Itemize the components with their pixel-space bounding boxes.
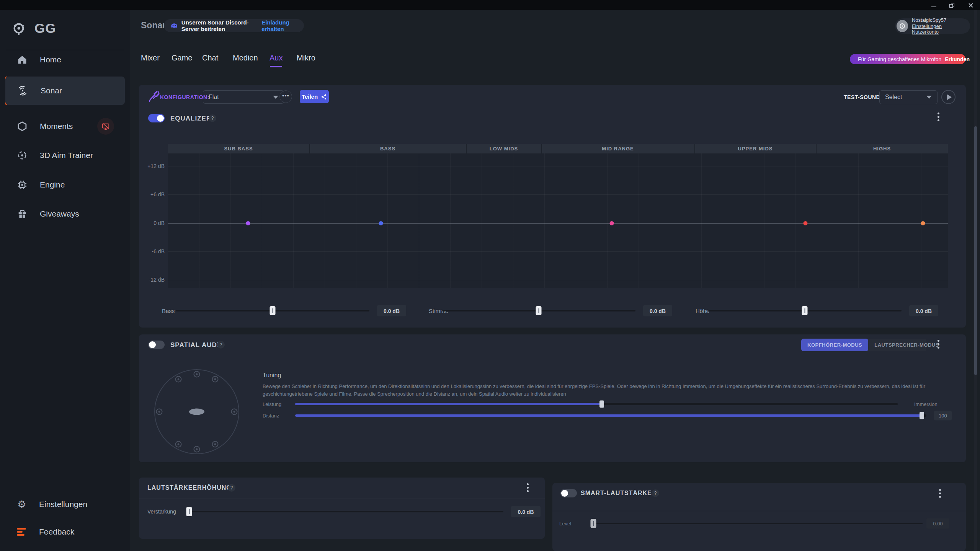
tab-medien[interactable]: Medien — [233, 54, 258, 62]
sidebar-item-label: Einstellungen — [39, 500, 87, 509]
equalizer-menu-icon[interactable] — [938, 112, 940, 121]
volume-boost-menu-icon[interactable] — [527, 483, 529, 492]
level-slider-track[interactable] — [591, 523, 923, 524]
bass-slider-track[interactable] — [176, 310, 369, 311]
promo-cta[interactable]: Erkunden — [945, 56, 970, 62]
eq-point-highs[interactable] — [921, 221, 925, 225]
sidebar-item-engine[interactable]: Engine — [5, 173, 125, 197]
spatial-audio-help-icon[interactable]: ? — [217, 341, 225, 349]
eq-point-bass[interactable] — [379, 221, 383, 225]
spatial-audio-toggle[interactable] — [148, 341, 165, 349]
test-sound-select[interactable]: Select — [879, 90, 938, 104]
sidebar-item-label: Home — [40, 55, 61, 64]
headphone-mode-button[interactable]: KOPFHÖRER-MODUS — [801, 339, 868, 351]
performance-slider-track[interactable] — [295, 403, 898, 405]
equalizer-title: EQUALIZER — [170, 115, 211, 122]
distance-slider-track[interactable] — [295, 414, 926, 417]
band-label: SUB BASS — [224, 144, 253, 153]
eq-point-uppermids[interactable] — [804, 221, 808, 225]
play-icon — [947, 94, 952, 100]
minimize-icon[interactable] — [931, 3, 937, 8]
level-slider-handle[interactable] — [591, 519, 596, 528]
tab-game[interactable]: Game — [172, 54, 192, 62]
discord-banner[interactable]: Unserem Sonar Discord-Server beitreten E… — [164, 19, 304, 32]
sidebar-item-moments[interactable]: Moments — [5, 114, 125, 139]
distance-slider-label: Distanz — [263, 413, 279, 419]
avatar — [897, 20, 908, 32]
tab-chat[interactable]: Chat — [202, 54, 218, 62]
eq-plot-area[interactable] — [168, 153, 948, 288]
mic-promo-badge[interactable]: Für Gaming geschaffenes Mikrofon Erkunde… — [850, 54, 965, 64]
share-button[interactable]: Teilen — [300, 90, 329, 103]
treble-slider-label: Höhe — [696, 308, 709, 314]
discord-banner-text: Unserem Sonar Discord-Server beitreten — [181, 19, 258, 32]
test-sound-value: Select — [885, 94, 902, 101]
speaker-node-right[interactable] — [231, 409, 238, 415]
spatial-mode-switch: KOPFHÖRER-MODUS LAUTSPRECHER-MODUS — [801, 339, 926, 351]
band-label: BASS — [380, 144, 395, 153]
smart-volume-panel: SMART-LAUTSTÄRKE ? Level 0.00 — [552, 483, 966, 551]
play-test-sound-button[interactable] — [941, 90, 956, 104]
speaker-mode-button[interactable]: LAUTSPRECHER-MODUS — [868, 339, 945, 351]
speaker-node-bottom[interactable] — [194, 446, 200, 453]
treble-slider-handle[interactable] — [802, 306, 808, 315]
smart-volume-toggle[interactable] — [560, 489, 577, 497]
sidebar-item-label: Engine — [40, 180, 65, 189]
distance-slider-handle[interactable] — [920, 412, 924, 419]
sidebar-item-giveaways[interactable]: Giveaways — [5, 202, 125, 226]
app-logo: GG — [11, 20, 56, 37]
tab-aux[interactable]: Aux — [270, 54, 283, 62]
speaker-node-top-right[interactable] — [212, 376, 218, 382]
sidebar-item-einstellungen[interactable]: ⚙ Einstellungen — [5, 492, 125, 517]
speaker-node-bottom-right[interactable] — [212, 441, 218, 448]
equalizer-chart: SUB BASS BASS LOW MIDS MID RANGE UPPER M… — [168, 144, 948, 288]
configuration-jack-icon — [147, 90, 161, 103]
equalizer-help-icon[interactable]: ? — [209, 114, 216, 122]
restore-icon[interactable] — [949, 3, 956, 8]
tab-mikro[interactable]: Mikro — [297, 54, 315, 62]
gear-icon: ⚙ — [17, 499, 27, 510]
sidebar-item-label: Sonar — [41, 86, 62, 95]
gain-slider-track[interactable] — [188, 511, 503, 512]
smart-volume-help-icon[interactable]: ? — [652, 489, 659, 497]
gain-slider-handle[interactable] — [186, 507, 192, 516]
speaker-node-bottom-left[interactable] — [175, 441, 182, 448]
user-settings-link[interactable]: Einstellungen Nutzerkonto — [912, 23, 966, 35]
scrollbar-thumb[interactable] — [974, 126, 977, 375]
db-tick: 0 dB — [142, 220, 165, 226]
sidebar-item-home[interactable]: Home — [5, 47, 125, 72]
chevron-down-icon — [926, 96, 932, 99]
voice-slider-handle[interactable] — [536, 306, 542, 315]
user-account[interactable]: NostalgicSpy57 Einstellungen Nutzerkonto — [895, 18, 970, 34]
sidebar-item-label: Giveaways — [40, 209, 79, 218]
speaker-layout-diagram — [154, 369, 239, 454]
sidebar-item-sonar[interactable]: Sonar — [5, 77, 125, 105]
tab-mixer[interactable]: Mixer — [141, 54, 160, 62]
voice-slider-track[interactable] — [442, 310, 635, 311]
smart-volume-menu-icon[interactable] — [939, 489, 941, 498]
speaker-node-top[interactable] — [194, 371, 200, 377]
performance-slider-label: Leistung — [263, 401, 281, 407]
level-slider-label: Level — [559, 521, 571, 527]
speaker-node-left[interactable] — [156, 409, 162, 415]
eq-point-subbass[interactable] — [246, 221, 250, 225]
config-more-button[interactable]: ••• — [279, 90, 292, 103]
bass-slider-handle[interactable] — [270, 306, 276, 315]
configuration-select[interactable]: Flat — [203, 90, 284, 104]
sidebar-item-feedback[interactable]: Feedback — [5, 520, 125, 544]
close-icon[interactable] — [968, 3, 974, 8]
performance-slider-handle[interactable] — [599, 401, 604, 408]
spatial-audio-title: SPATIAL AUDIO — [170, 341, 225, 349]
level-slider-value: 0.00 — [926, 518, 949, 529]
discord-invite-link[interactable]: Einladung erhalten — [261, 19, 297, 32]
configuration-value: Flat — [209, 94, 219, 101]
spatial-menu-icon[interactable] — [938, 340, 940, 349]
band-label: MID RANGE — [602, 144, 634, 153]
speaker-node-top-left[interactable] — [175, 376, 182, 382]
treble-slider-track[interactable] — [708, 310, 902, 311]
equalizer-toggle[interactable] — [148, 114, 165, 122]
volume-boost-help-icon[interactable]: ? — [228, 484, 235, 492]
eq-point-midrange[interactable] — [610, 221, 614, 225]
home-icon — [17, 54, 28, 65]
sidebar-item-3d-aim-trainer[interactable]: 3D Aim Trainer — [5, 143, 125, 168]
